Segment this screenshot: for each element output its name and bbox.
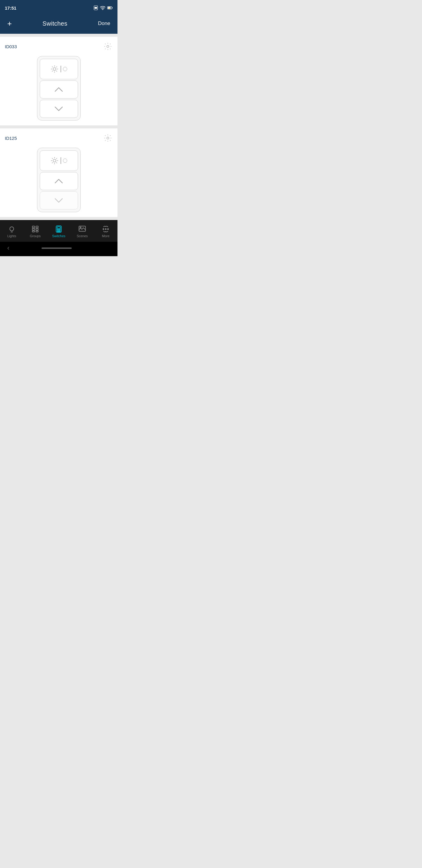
svg-line-23 [52,158,53,159]
nav-label-groups: Groups [30,234,41,238]
svg-rect-4 [112,7,112,8]
separator-line-033 [61,66,61,72]
svg-line-25 [52,162,53,163]
svg-line-14 [56,71,57,71]
chevron-down-125 [54,197,64,204]
card-header-id033: ID033 [5,41,112,51]
nav-label-scenes: Scenes [77,234,88,238]
svg-rect-31 [36,228,38,230]
svg-line-15 [52,71,53,71]
content-area: ID033 [0,34,118,220]
svg-rect-34 [57,227,61,229]
bottom-navigation: Lights Groups Switches [0,220,118,242]
svg-point-39 [103,228,104,229]
svg-point-18 [53,159,56,162]
groups-icon [31,225,39,233]
more-icon [102,225,110,233]
switches-icon [55,225,63,233]
back-arrow-icon[interactable]: ‹ [7,244,9,252]
power-button-125[interactable] [40,150,78,171]
header: + Switches Done [0,14,118,34]
svg-rect-27 [32,226,35,227]
done-button[interactable]: Done [97,19,111,28]
power-button-033[interactable] [40,59,78,79]
scenes-icon [78,225,86,233]
svg-point-41 [107,228,108,229]
nav-item-groups[interactable]: Groups [24,225,47,238]
bottom-system-bar: ‹ [0,242,118,256]
svg-point-40 [105,228,106,229]
down-button-125[interactable] [40,191,78,210]
svg-line-26 [56,158,57,159]
power-icon-125 [50,156,67,165]
svg-rect-35 [57,229,61,230]
device-id-125: ID125 [5,135,17,141]
settings-icon-033[interactable] [103,41,112,51]
settings-icon-125[interactable] [103,133,112,143]
circle-icon-125 [63,158,67,163]
status-time: 17:51 [5,5,16,10]
nav-item-switches[interactable]: Switches [47,225,70,238]
chevron-down-033 [54,106,64,112]
switch-card-id033: ID033 [0,37,118,125]
svg-point-17 [107,137,109,139]
status-icons: ⚡ [93,5,112,10]
nav-label-more: More [102,234,109,238]
svg-line-24 [56,162,57,163]
nav-label-switches: Switches [52,234,65,238]
svg-point-2 [102,9,103,10]
nav-item-scenes[interactable]: Scenes [70,225,94,238]
circle-icon-033 [63,67,67,71]
nav-item-more[interactable]: More [94,225,118,238]
svg-text:⚡: ⚡ [108,7,110,9]
svg-rect-32 [36,230,38,232]
separator-line-125 [61,157,61,164]
svg-point-7 [107,45,109,48]
svg-point-38 [80,227,81,228]
up-button-125[interactable] [40,172,78,190]
svg-rect-36 [57,231,61,232]
sim-icon [93,5,98,10]
card-header-id125: ID125 [5,133,112,143]
home-pill[interactable] [41,247,72,249]
down-button-033[interactable] [40,100,78,118]
nav-item-lights[interactable]: Lights [0,225,24,238]
svg-rect-1 [95,7,97,9]
svg-line-13 [52,67,53,67]
switch-card-id125: ID125 [0,128,118,217]
device-id-033: ID033 [5,44,17,49]
bulb-icon [8,225,16,233]
page-title: Switches [42,20,67,27]
up-button-033[interactable] [40,81,78,98]
nav-label-lights: Lights [7,234,16,238]
wifi-icon [100,6,105,10]
svg-rect-30 [36,226,38,227]
power-icon-033 [50,65,67,73]
chevron-up-125 [54,178,64,184]
svg-line-16 [56,67,57,67]
battery-icon: ⚡ [107,6,112,10]
add-button[interactable]: + [6,18,13,30]
status-bar: 17:51 ⚡ [0,0,118,14]
chevron-up-033 [54,87,64,93]
switch-device-033 [37,56,81,121]
svg-point-8 [53,67,56,70]
svg-rect-28 [32,228,35,230]
svg-rect-29 [32,230,35,232]
switch-device-125 [37,148,81,212]
